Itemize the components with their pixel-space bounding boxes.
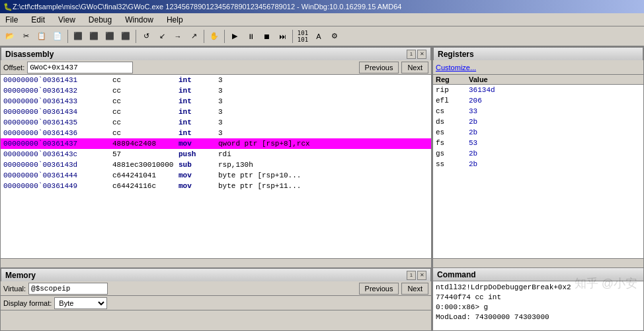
col-val-header: Value xyxy=(469,75,535,83)
memory-title: Memory xyxy=(5,271,36,280)
register-row[interactable]: cs33 xyxy=(433,106,643,117)
registers-content[interactable]: rip36134defl206cs33ds2bes2bfs53gs2bss2b xyxy=(433,85,643,258)
register-row[interactable]: rip36134d xyxy=(433,85,643,95)
disasm-row[interactable]: 00000000`0036143c57pushrdi xyxy=(1,149,431,160)
registers-hscroll[interactable] xyxy=(433,258,643,267)
toolbar-stop[interactable]: ⏹ xyxy=(259,29,274,44)
memory-next-btn[interactable]: Next xyxy=(401,283,428,295)
register-row[interactable]: efl206 xyxy=(433,95,643,106)
register-row[interactable]: ss2b xyxy=(433,159,643,169)
disassembly-title: Disassembly xyxy=(5,50,54,59)
disasm-row[interactable]: 00000000`00361432ccint3 xyxy=(1,85,431,96)
toolbar-font[interactable]: A xyxy=(311,29,326,44)
disasm-row[interactable]: 00000000`00361435ccint3 xyxy=(1,117,431,128)
disassembly-content[interactable]: 00000000`00361431ccint300000000`00361432… xyxy=(1,75,431,258)
memory-controls: 1 ✕ xyxy=(407,271,426,280)
register-row[interactable]: gs2b xyxy=(433,148,643,159)
toolbar-paste[interactable]: 📄 xyxy=(50,29,65,44)
disassembly-hscroll[interactable] xyxy=(1,258,431,267)
toolbar-sep3 xyxy=(204,30,204,43)
offset-input[interactable] xyxy=(27,62,133,73)
registers-toolbar: Customize... xyxy=(433,60,643,75)
disasm-row[interactable]: 00000000`00361449c64424116cmovbyte ptr [… xyxy=(1,181,431,191)
command-title: Command xyxy=(437,270,476,279)
disassembly-controls: 1 ✕ xyxy=(407,50,426,59)
command-line: 77440f74 cc int xyxy=(436,293,641,303)
right-panel: Registers Customize... Reg Value rip3613… xyxy=(432,46,644,331)
customize-link[interactable]: Customize... xyxy=(436,64,476,71)
disasm-row[interactable]: 00000000`00361444c644241041movbyte ptr [… xyxy=(1,170,431,181)
disasm-row[interactable]: 00000000`00361436ccint3 xyxy=(1,128,431,138)
memory-panel: Memory 1 ✕ Virtual: Previous Next Displa… xyxy=(0,268,432,331)
command-header: Command xyxy=(433,268,643,281)
menu-help[interactable]: Help xyxy=(164,15,186,25)
disasm-row[interactable]: 00000000`00361434ccint3 xyxy=(1,107,431,117)
memory-dock-btn[interactable]: 1 xyxy=(407,271,416,280)
command-line: ntdll32!LdrpDoDebuggerBreak+0x2 xyxy=(436,283,641,293)
registers-panel: Registers Customize... Reg Value rip3613… xyxy=(432,46,644,268)
disasm-row[interactable]: 00000000`00361431ccint3 xyxy=(1,75,431,85)
toolbar-mem[interactable]: 101101 xyxy=(296,29,310,44)
memory-prev-btn[interactable]: Previous xyxy=(359,283,399,295)
memory-header: Memory 1 ✕ xyxy=(1,268,431,281)
registers-title: Registers xyxy=(438,50,474,59)
disassembly-close-btn[interactable]: ✕ xyxy=(417,50,426,59)
title-icon: 🐛 xyxy=(3,3,13,11)
memory-virtual-toolbar: Virtual: Previous Next xyxy=(1,281,431,296)
register-row[interactable]: fs53 xyxy=(433,138,643,148)
toolbar-settings[interactable]: ⚙ xyxy=(327,29,342,44)
command-line: ModLoad: 74300000 74303000 xyxy=(436,312,641,322)
toolbar-btn2[interactable]: ⬛ xyxy=(87,29,101,44)
command-panel: Command ntdll32!LdrpDoDebuggerBreak+0x27… xyxy=(432,268,644,331)
memory-close-btn[interactable]: ✕ xyxy=(417,271,426,280)
disasm-row[interactable]: 00000000`0036143d4881ec30010000subrsp,13… xyxy=(1,160,431,170)
toolbar-sep1 xyxy=(67,30,68,43)
menu-bar: File Edit View Debug Window Help xyxy=(0,13,644,26)
disassembly-header: Disassembly 1 ✕ xyxy=(1,47,431,60)
toolbar-sep4 xyxy=(224,30,225,43)
command-content[interactable]: ntdll32!LdrpDoDebuggerBreak+0x277440f74 … xyxy=(433,281,643,330)
disasm-prev-btn[interactable]: Previous xyxy=(359,62,399,73)
toolbar-copy[interactable]: 📋 xyxy=(34,29,49,44)
registers-header: Registers xyxy=(433,47,643,60)
title-text: Z:\ctf\ctfsample\misc\GWoC\final32\GWoC.… xyxy=(13,3,401,11)
disasm-row[interactable]: 00000000`0036143748894c2408movqword ptr … xyxy=(1,138,431,149)
toolbar-sep5 xyxy=(292,30,293,43)
toolbar-open[interactable]: 📂 xyxy=(3,29,17,44)
menu-edit[interactable]: Edit xyxy=(28,15,48,25)
toolbar-btn1[interactable]: ⬛ xyxy=(71,29,85,44)
menu-view[interactable]: View xyxy=(56,15,78,25)
disasm-next-btn[interactable]: Next xyxy=(401,62,428,73)
menu-debug[interactable]: Debug xyxy=(86,15,114,25)
left-panel: Disassembly 1 ✕ Offset: Previous Next 00… xyxy=(0,46,432,331)
toolbar-restart[interactable]: ↺ xyxy=(139,29,153,44)
disasm-row[interactable]: 00000000`00361433ccint3 xyxy=(1,96,431,107)
toolbar-restart2[interactable]: ⏭ xyxy=(275,29,290,44)
virtual-label: Virtual: xyxy=(3,285,26,293)
toolbar-sep2 xyxy=(136,30,136,43)
toolbar-stepout[interactable]: ↗ xyxy=(186,29,201,44)
toolbar: 📂 ✂ 📋 📄 ⬛ ⬛ ⬛ ⬛ ↺ ↙ → ↗ ✋ ▶ ⏸ ⏹ ⏭ 101101… xyxy=(0,26,644,46)
toolbar-btn3[interactable]: ⬛ xyxy=(102,29,117,44)
toolbar-stepinto[interactable]: ↙ xyxy=(155,29,169,44)
toolbar-go[interactable]: ▶ xyxy=(227,29,242,44)
title-bar: 🐛 Z:\ctf\ctfsample\misc\GWoC\final32\GWo… xyxy=(0,0,644,13)
toolbar-cut[interactable]: ✂ xyxy=(19,29,33,44)
virtual-input[interactable] xyxy=(28,283,108,295)
main-layout: Disassembly 1 ✕ Offset: Previous Next 00… xyxy=(0,46,644,331)
toolbar-hand[interactable]: ✋ xyxy=(207,29,221,44)
col-reg-header: Reg xyxy=(436,75,469,83)
disassembly-panel: Disassembly 1 ✕ Offset: Previous Next 00… xyxy=(0,46,432,268)
toolbar-stepover[interactable]: → xyxy=(171,29,185,44)
offset-label: Offset: xyxy=(3,64,24,71)
register-row[interactable]: es2b xyxy=(433,127,643,138)
disassembly-dock-btn[interactable]: 1 xyxy=(407,50,416,59)
menu-window[interactable]: Window xyxy=(122,15,156,25)
display-format-select[interactable]: ByteWordDWordQWordFloatDouble xyxy=(54,297,107,309)
display-format-label: Display format: xyxy=(3,299,52,307)
register-row[interactable]: ds2b xyxy=(433,117,643,127)
disassembly-toolbar: Offset: Previous Next xyxy=(1,60,431,75)
menu-file[interactable]: File xyxy=(3,15,20,25)
toolbar-btn4[interactable]: ⬛ xyxy=(118,29,133,44)
toolbar-break[interactable]: ⏸ xyxy=(243,29,258,44)
